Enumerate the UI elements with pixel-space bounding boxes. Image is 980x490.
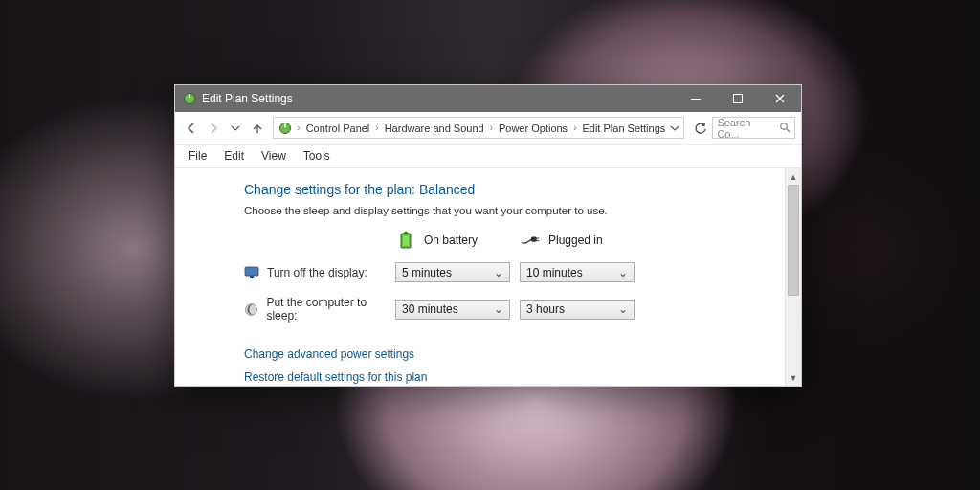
svg-rect-11 (536, 237, 539, 238)
moon-icon (244, 301, 258, 317)
chevron-down-icon (231, 123, 240, 133)
window-title: Edit Plan Settings (202, 92, 293, 105)
maximize-icon (733, 94, 743, 103)
menu-tools[interactable]: Tools (296, 147, 338, 165)
column-on-battery: On battery (395, 232, 520, 249)
svg-point-6 (781, 122, 788, 129)
breadcrumb-power-options[interactable]: Power Options (497, 122, 569, 134)
scroll-down-button[interactable]: ▼ (786, 369, 801, 386)
power-options-icon (183, 92, 196, 105)
row-turn-off-display-label: Turn off the display: (267, 266, 368, 279)
back-button[interactable] (181, 118, 201, 139)
search-icon (779, 122, 791, 135)
refresh-icon (694, 122, 707, 135)
breadcrumb-hardware-sound[interactable]: Hardware and Sound (383, 122, 486, 134)
arrow-right-icon (207, 122, 220, 135)
arrow-up-icon (251, 122, 264, 135)
svg-rect-1 (189, 94, 189, 98)
search-placeholder: Search Co... (717, 117, 775, 140)
row-sleep-label: Put the computer to sleep: (266, 296, 395, 323)
chevron-right-icon: › (296, 122, 301, 133)
chevron-down-icon: ⌄ (618, 266, 628, 279)
maximize-button[interactable] (717, 85, 759, 112)
chevron-right-icon: › (572, 122, 577, 133)
advanced-settings-link[interactable]: Change advanced power settings (244, 347, 746, 361)
search-input[interactable]: Search Co... (712, 117, 795, 139)
forward-button[interactable] (203, 118, 223, 139)
menu-edit[interactable]: Edit (216, 147, 252, 165)
chevron-right-icon: › (489, 122, 494, 133)
svg-rect-5 (285, 123, 286, 127)
edit-plan-settings-window: Edit Plan Settings (174, 84, 802, 387)
chevron-down-icon: ⌄ (618, 302, 628, 316)
display-battery-value: 5 minutes (402, 266, 452, 279)
battery-icon (395, 232, 416, 249)
window-body: Change settings for the plan: Balanced C… (175, 168, 801, 386)
page-subtext: Choose the sleep and display settings th… (244, 205, 746, 216)
svg-rect-9 (403, 235, 409, 246)
content-pane: Change settings for the plan: Balanced C… (175, 168, 785, 386)
navigation-row: › Control Panel › Hardware and Sound › P… (175, 112, 801, 145)
row-turn-off-display: Turn off the display: (244, 265, 395, 280)
row-sleep: Put the computer to sleep: (244, 296, 395, 323)
svg-point-16 (246, 303, 257, 315)
svg-rect-12 (536, 240, 539, 241)
sleep-plugged-dropdown[interactable]: 3 hours ⌄ (520, 300, 635, 320)
display-plugged-value: 10 minutes (526, 266, 583, 279)
chevron-down-icon: ⌄ (494, 302, 503, 316)
display-icon (244, 265, 259, 280)
column-plugged-in: Plugged in (520, 232, 644, 249)
links-section: Change advanced power settings Restore d… (244, 347, 746, 384)
sleep-plugged-value: 3 hours (526, 302, 565, 316)
svg-rect-14 (250, 276, 254, 278)
column-plugged-in-label: Plugged in (548, 234, 603, 247)
scroll-thumb[interactable] (788, 185, 799, 296)
refresh-button[interactable] (690, 118, 710, 139)
close-button[interactable] (759, 85, 801, 112)
svg-rect-10 (531, 237, 537, 242)
sleep-battery-value: 30 minutes (402, 302, 458, 316)
desktop-wallpaper: Edit Plan Settings (0, 0, 980, 490)
minimize-button[interactable] (675, 85, 717, 112)
column-on-battery-label: On battery (424, 234, 478, 247)
power-options-icon (278, 121, 293, 136)
svg-rect-2 (691, 99, 701, 100)
close-icon (775, 94, 785, 103)
window-titlebar[interactable]: Edit Plan Settings (175, 85, 801, 112)
menu-bar: File Edit View Tools (175, 145, 801, 168)
restore-defaults-link[interactable]: Restore default settings for this plan (244, 370, 746, 384)
plug-icon (520, 232, 541, 249)
display-battery-dropdown[interactable]: 5 minutes ⌄ (395, 262, 510, 282)
svg-rect-15 (248, 278, 256, 278)
page-heading: Change settings for the plan: Balanced (244, 182, 746, 197)
sleep-battery-dropdown[interactable]: 30 minutes ⌄ (395, 300, 510, 320)
minimize-icon (691, 94, 701, 103)
menu-file[interactable]: File (181, 147, 214, 165)
menu-view[interactable]: View (254, 147, 294, 165)
scroll-up-button[interactable]: ▲ (786, 168, 801, 185)
display-plugged-dropdown[interactable]: 10 minutes ⌄ (520, 262, 635, 282)
svg-rect-3 (734, 95, 743, 103)
arrow-left-icon (185, 122, 198, 135)
breadcrumb-control-panel[interactable]: Control Panel (304, 122, 372, 134)
power-settings-grid: On battery Plugged in Turn off the displ… (244, 232, 746, 323)
scroll-track[interactable] (786, 185, 801, 369)
breadcrumb-edit-plan-settings[interactable]: Edit Plan Settings (580, 122, 667, 134)
recent-locations-button[interactable] (225, 118, 245, 139)
chevron-down-icon[interactable] (670, 123, 679, 133)
vertical-scrollbar[interactable]: ▲ ▼ (785, 168, 801, 386)
chevron-right-icon: › (374, 122, 379, 133)
svg-rect-13 (245, 267, 258, 276)
address-bar[interactable]: › Control Panel › Hardware and Sound › P… (273, 117, 684, 139)
up-button[interactable] (247, 118, 267, 139)
chevron-down-icon: ⌄ (494, 266, 503, 279)
